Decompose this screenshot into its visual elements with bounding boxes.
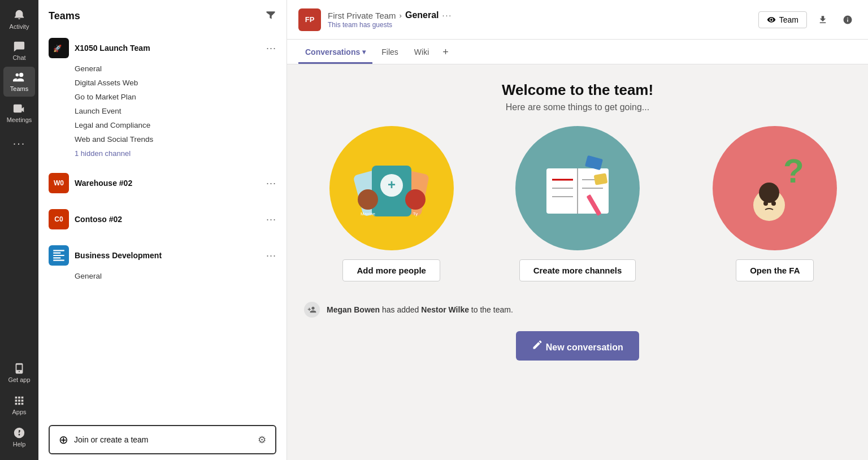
nav-label-help: Help xyxy=(13,441,26,448)
team-btn-label: Team xyxy=(779,15,798,24)
svg-point-7 xyxy=(358,189,378,210)
team-more-warehouse[interactable]: ··· xyxy=(266,177,276,189)
nav-label-meetings: Meetings xyxy=(7,116,32,123)
nav-label-chat: Chat xyxy=(12,54,25,61)
open-faq-button[interactable]: Open the FA xyxy=(736,259,814,281)
compose-icon xyxy=(532,339,543,350)
card-illus-yellow: + Maxine Ty xyxy=(329,126,454,250)
team-avatar-warehouse: W0 xyxy=(49,173,69,193)
nav-item-help[interactable]: Help xyxy=(3,422,35,452)
breadcrumb-channel[interactable]: General xyxy=(405,10,439,20)
add-tab-button[interactable]: + xyxy=(438,46,453,64)
join-create-button[interactable]: ⊕ Join or create a team ⚙ xyxy=(49,425,276,454)
create-channels-button[interactable]: Create more channels xyxy=(519,259,636,281)
team-fp-avatar: FP xyxy=(298,8,321,31)
header-left: FP First Private Team › General ··· This… xyxy=(298,8,452,31)
nav-item-getapp[interactable]: Get app xyxy=(3,358,35,388)
team-row-bizdev[interactable]: Business Development ··· xyxy=(49,242,276,269)
channel-hidden[interactable]: 1 hidden channel xyxy=(75,146,276,160)
svg-text:Ty: Ty xyxy=(413,211,417,216)
channel-go-to-market[interactable]: Go to Market Plan xyxy=(75,90,276,104)
tab-files[interactable]: Files xyxy=(375,47,405,64)
header-team-info: First Private Team › General ··· This te… xyxy=(328,10,452,29)
channel-general-bizdev[interactable]: General xyxy=(75,269,276,283)
card-add-people: + Maxine Ty Add more people xyxy=(304,126,479,281)
tab-conversations[interactable]: Conversations ▾ xyxy=(298,47,372,64)
team-entry-warehouse: W0 Warehouse #02 ··· xyxy=(38,165,287,201)
nav-item-apps[interactable]: Apps xyxy=(3,390,35,420)
breadcrumb-team[interactable]: First Private Team xyxy=(328,11,396,20)
channel-list-bizdev: General xyxy=(49,269,276,283)
team-name-warehouse: Warehouse #02 xyxy=(75,179,261,188)
svg-text:Maxine: Maxine xyxy=(361,211,375,216)
team-row-warehouse[interactable]: W0 Warehouse #02 ··· xyxy=(49,170,276,197)
tab-wiki[interactable]: Wiki xyxy=(407,47,436,64)
nav-item-chat[interactable]: Chat xyxy=(3,36,35,66)
new-conversation-wrap: New conversation xyxy=(304,329,851,377)
download-icon-btn[interactable] xyxy=(814,11,832,29)
gear-icon[interactable]: ⚙ xyxy=(258,434,266,446)
activity-message: Megan Bowen has added Nestor Wilke to th… xyxy=(304,297,851,329)
team-name-contoso: Contoso #02 xyxy=(75,215,261,224)
team-row-x1050[interactable]: 🚀 X1050 Launch Team ··· xyxy=(49,34,276,62)
more-options-icon[interactable]: ··· xyxy=(442,11,453,20)
card-illus-pink: ? xyxy=(713,126,837,250)
team-row-contoso[interactable]: C0 Contoso #02 ··· xyxy=(49,206,276,233)
bell-icon xyxy=(13,9,25,21)
channels-illustration xyxy=(532,143,623,233)
activity-action: has added xyxy=(380,305,421,314)
tab-chevron-icon: ▾ xyxy=(362,48,366,56)
channel-digital-assets[interactable]: Digital Assets Web xyxy=(75,76,276,90)
eye-icon xyxy=(767,15,776,24)
new-conversation-button[interactable]: New conversation xyxy=(516,331,639,361)
tab-files-label: Files xyxy=(381,47,398,57)
teams-icon xyxy=(13,71,25,84)
filter-icon[interactable] xyxy=(265,9,276,23)
tab-wiki-label: Wiki xyxy=(414,47,429,57)
activity-suffix: to the team. xyxy=(469,305,513,314)
team-subtitle: This team has guests xyxy=(328,21,452,29)
channel-legal[interactable]: Legal and Compliance xyxy=(75,118,276,132)
nav-item-more[interactable]: ··· xyxy=(3,129,35,154)
team-more-x1050[interactable]: ··· xyxy=(266,42,276,54)
chat-icon xyxy=(13,40,25,53)
card-illus-teal xyxy=(515,126,640,250)
more-dots: ··· xyxy=(13,137,26,150)
tab-conversations-label: Conversations xyxy=(305,47,360,57)
teams-panel-title: Teams xyxy=(49,10,80,22)
team-more-contoso[interactable]: ··· xyxy=(266,214,276,225)
team-name-x1050: X1050 Launch Team xyxy=(75,44,261,53)
nav-item-teams[interactable]: Teams xyxy=(3,67,35,97)
svg-rect-19 xyxy=(594,173,608,185)
info-icon-btn[interactable] xyxy=(839,11,857,29)
add-people-illustration: + Maxine Ty xyxy=(346,143,437,233)
channel-general-x1050[interactable]: General xyxy=(75,62,276,76)
svg-point-23 xyxy=(759,183,779,203)
add-people-button[interactable]: Add more people xyxy=(342,259,440,281)
card-create-channels: Create more channels xyxy=(490,126,665,281)
team-more-bizdev[interactable]: ··· xyxy=(266,250,276,262)
welcome-subtitle: Here are some things to get going... xyxy=(304,102,851,112)
team-button[interactable]: Team xyxy=(758,11,807,28)
left-nav: Activity Chat Teams Meetings ··· Get app xyxy=(0,0,38,460)
nav-label-apps: Apps xyxy=(12,409,26,415)
svg-text:?: ? xyxy=(783,152,804,190)
main-header: FP First Private Team › General ··· This… xyxy=(287,0,868,40)
team-name-bizdev: Business Development xyxy=(75,251,261,260)
header-right: Team xyxy=(758,11,857,29)
svg-point-25 xyxy=(771,201,776,206)
nav-item-activity[interactable]: Activity xyxy=(3,5,35,34)
svg-text:🚀: 🚀 xyxy=(53,44,62,53)
new-conversation-label: New conversation xyxy=(546,342,623,352)
team-avatar-bizdev xyxy=(49,245,69,266)
channel-launch-event[interactable]: Launch Event xyxy=(75,104,276,118)
help-icon xyxy=(13,427,25,439)
channel-web-social[interactable]: Web and Social Trends xyxy=(75,132,276,146)
breadcrumb: First Private Team › General ··· xyxy=(328,10,452,20)
nav-item-meetings[interactable]: Meetings xyxy=(3,98,35,128)
team-avatar-contoso: C0 xyxy=(49,209,69,229)
main-content: FP First Private Team › General ··· This… xyxy=(287,0,868,460)
nav-label-activity: Activity xyxy=(10,23,29,30)
team-entry-bizdev: Business Development ··· General xyxy=(38,237,287,288)
channel-list-x1050: General Digital Assets Web Go to Market … xyxy=(49,62,276,160)
